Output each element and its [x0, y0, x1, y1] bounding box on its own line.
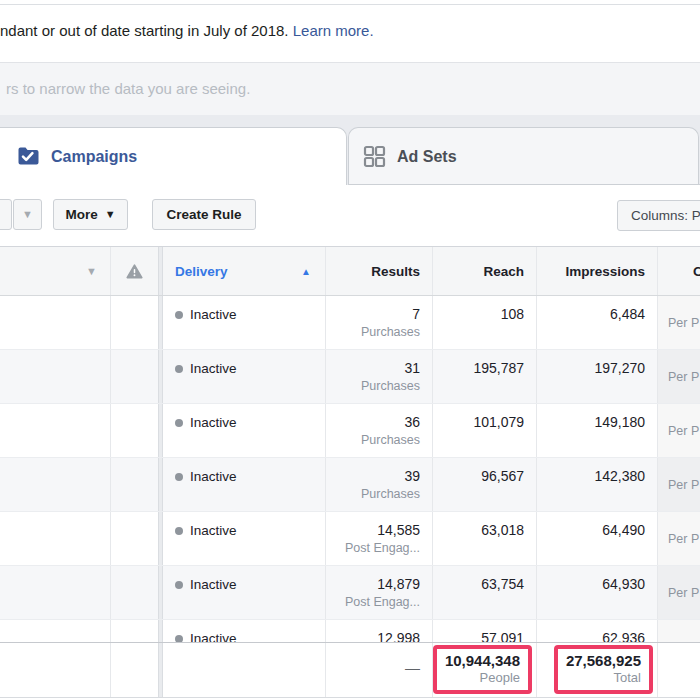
more-button-label: More: [65, 207, 97, 222]
table-body: Inactive 7 Purchases 108 6,484 Per P Ina…: [0, 296, 700, 642]
row-delivery-cell: Inactive: [163, 458, 325, 511]
split-button-dropdown[interactable]: ▼: [13, 199, 42, 230]
ads-manager-page: ndant or out of date starting in July of…: [0, 0, 700, 700]
delivery-header-label: Delivery: [175, 264, 228, 279]
delivery-status-label: Inactive: [190, 415, 237, 430]
row-impressions-cell: 64,930: [536, 566, 657, 619]
results-value: 39: [404, 468, 420, 484]
reach-total-value: 10,944,348: [445, 652, 520, 670]
impressions-value: 62,936: [602, 630, 645, 642]
totals-delivery-cell: [163, 643, 325, 697]
row-impressions-cell: 62,936: [536, 620, 657, 642]
row-name-cell: [0, 620, 110, 642]
column-header-results[interactable]: Results: [325, 247, 432, 295]
cost-sublabel: Per P: [658, 585, 700, 601]
row-warning-cell: [110, 458, 158, 511]
sort-ascending-icon: ▲: [301, 266, 311, 277]
row-delivery-cell: Inactive: [163, 620, 325, 642]
row-warning-cell: [110, 404, 158, 457]
chevron-down-icon: ▼: [86, 266, 97, 277]
row-results-cell: 14,879 Post Engag...: [325, 566, 432, 619]
cost-sublabel: Per P: [658, 315, 700, 331]
row-results-cell: 39 Purchases: [325, 458, 432, 511]
results-sublabel: Purchases: [326, 378, 420, 394]
table-bottom-border: [0, 697, 700, 698]
filter-bar[interactable]: rs to narrow the data you are seeing.: [0, 62, 700, 115]
row-reach-cell: 63,018: [432, 512, 536, 565]
row-name-cell: [0, 404, 110, 457]
columns-button[interactable]: Columns: P: [617, 200, 700, 231]
row-impressions-cell: 142,380: [536, 458, 657, 511]
column-header-name[interactable]: ▼: [0, 247, 110, 295]
reach-value: 96,567: [481, 468, 524, 484]
create-rule-label: Create Rule: [166, 207, 241, 222]
campaigns-table: ▼ Delivery ▲ Results Reach Impressions: [0, 246, 700, 697]
status-dot-icon: [175, 365, 183, 373]
totals-cost-cell: [657, 643, 700, 697]
row-impressions-cell: 197,270: [536, 350, 657, 403]
table-row[interactable]: Inactive 36 Purchases 101,079 149,180 Pe…: [0, 404, 700, 458]
row-cost-cell: Per P: [657, 404, 700, 457]
more-button[interactable]: More ▼: [53, 199, 128, 230]
split-button-left-segment[interactable]: [0, 199, 12, 230]
row-warning-cell: [110, 350, 158, 403]
row-results-cell: 31 Purchases: [325, 350, 432, 403]
results-value: 31: [404, 360, 420, 376]
create-rule-button[interactable]: Create Rule: [152, 199, 256, 230]
results-sublabel: Purchases: [326, 324, 420, 340]
learn-more-link[interactable]: Learn more.: [293, 22, 374, 39]
results-value: 14,585: [377, 522, 420, 538]
delivery-status-label: Inactive: [190, 577, 237, 592]
campaigns-folder-check-icon: [15, 146, 40, 167]
results-value: 36: [404, 414, 420, 430]
table-row[interactable]: Inactive 39 Purchases 96,567 142,380 Per…: [0, 458, 700, 512]
reach-value: 108: [501, 306, 524, 322]
row-results-cell: 14,585 Post Engag...: [325, 512, 432, 565]
reach-total-highlight-box: 10,944,348 People: [433, 645, 532, 694]
status-dot-icon: [175, 311, 183, 319]
impressions-value: 142,380: [594, 468, 645, 484]
table-row[interactable]: Inactive 14,879 Post Engag... 63,754 64,…: [0, 566, 700, 620]
cost-sublabel: Per P: [658, 477, 700, 493]
table-row[interactable]: Inactive 31 Purchases 195,787 197,270 Pe…: [0, 350, 700, 404]
status-dot-icon: [175, 527, 183, 535]
totals-row: — 10,944,348 People 27,568,925 Total: [0, 642, 700, 697]
row-results-cell: 36 Purchases: [325, 404, 432, 457]
table-row[interactable]: Inactive 14,585 Post Engag... 63,018 64,…: [0, 512, 700, 566]
row-results-cell: 7 Purchases: [325, 296, 432, 349]
table-row[interactable]: Inactive 7 Purchases 108 6,484 Per P: [0, 296, 700, 350]
column-header-reach[interactable]: Reach: [432, 247, 536, 295]
row-cost-cell: Per P: [657, 350, 700, 403]
table-header-row: ▼ Delivery ▲ Results Reach Impressions: [0, 246, 700, 296]
row-warning-cell: [110, 566, 158, 619]
row-impressions-cell: 149,180: [536, 404, 657, 457]
tab-ad-sets[interactable]: Ad Sets: [348, 127, 699, 185]
results-value: 7: [412, 306, 420, 322]
chevron-down-icon: ▼: [22, 209, 33, 220]
chevron-down-icon: ▼: [105, 209, 116, 220]
results-sublabel: Purchases: [326, 486, 420, 502]
status-dot-icon: [175, 581, 183, 589]
results-value: 14,879: [377, 576, 420, 592]
row-warning-cell: [110, 620, 158, 642]
row-reach-cell: 96,567: [432, 458, 536, 511]
row-name-cell: [0, 458, 110, 511]
reach-total-sublabel: People: [445, 670, 520, 686]
status-dot-icon: [175, 419, 183, 427]
column-header-delivery[interactable]: Delivery ▲: [163, 247, 325, 295]
tab-campaigns-label: Campaigns: [51, 148, 137, 166]
column-header-impressions[interactable]: Impressions: [536, 247, 657, 295]
columns-button-label: Columns: P: [631, 208, 700, 223]
impressions-total-value: 27,568,925: [566, 652, 641, 670]
top-divider: [0, 4, 700, 5]
results-sublabel: Post Engag...: [326, 594, 420, 610]
totals-results-dash: —: [325, 643, 432, 697]
column-header-cost[interactable]: C: [657, 247, 700, 295]
row-cost-cell: [657, 620, 700, 642]
row-delivery-cell: Inactive: [163, 404, 325, 457]
table-row[interactable]: Inactive 12,998 57,091 62,936: [0, 620, 700, 642]
row-reach-cell: 195,787: [432, 350, 536, 403]
reach-value: 63,018: [481, 522, 524, 538]
delivery-status-label: Inactive: [190, 361, 237, 376]
tab-campaigns[interactable]: Campaigns: [0, 127, 347, 185]
